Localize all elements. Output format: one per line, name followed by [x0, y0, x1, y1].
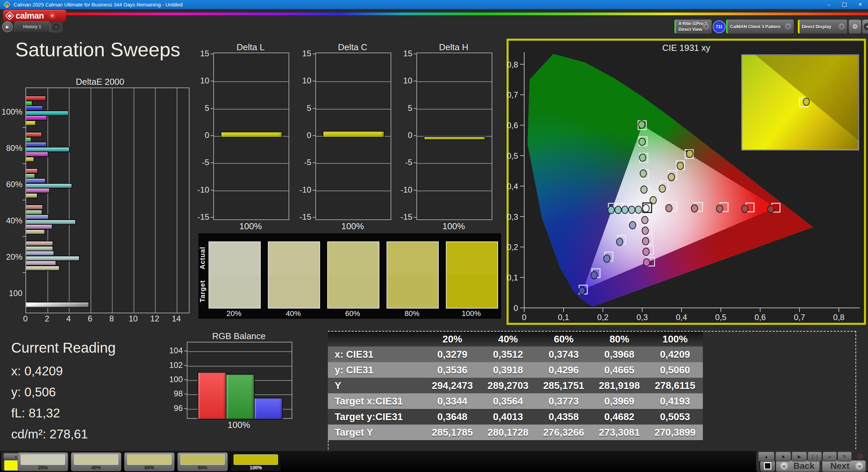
pattern-swatch: [127, 454, 172, 465]
swatch-column-80%: [387, 241, 439, 309]
table-column-header: 60%: [536, 332, 591, 347]
saturation-swatch-panel: 20%40%60%80%100%: [198, 233, 501, 319]
table-cell: 0,3536: [425, 362, 480, 378]
deltae-bar-cyan: [26, 256, 80, 261]
group-label: 20%: [0, 252, 22, 262]
display-status-bar: [798, 20, 800, 34]
swatch-column-label: 60%: [327, 309, 379, 318]
collapse-panel-button[interactable]: ◀: [862, 19, 868, 34]
pattern-button-label: 40%: [71, 465, 121, 470]
pattern-button-60%[interactable]: 60%: [124, 452, 175, 471]
swatch-column-40%: [268, 241, 320, 309]
x-axis-tick-label: 0,2: [597, 313, 608, 322]
pattern-window-icon-button[interactable]: [··]: [808, 452, 822, 461]
table-cell: 0,3344: [425, 393, 480, 409]
gridline: [214, 191, 289, 191]
actual-row-label: Actual: [199, 241, 206, 275]
settings-gear-button[interactable]: ⚙: [848, 19, 862, 34]
tab-history-1[interactable]: History 1: [14, 21, 50, 32]
measured-dot-red: [768, 205, 774, 213]
x-axis-tick-label: 0: [522, 313, 526, 322]
collapse-up-icon-button[interactable]: ▲: [758, 452, 774, 461]
gridline: [417, 81, 492, 82]
refresh-icon-button[interactable]: ↻: [837, 452, 852, 461]
measured-dot-yellow: [677, 162, 684, 170]
stop-icon-button[interactable]: ■: [775, 452, 791, 461]
table-column-header: 80%: [592, 332, 647, 347]
back-button[interactable]: « Back: [776, 460, 820, 472]
measured-dot-red: [742, 205, 748, 213]
deltae-bar-green: [26, 101, 33, 106]
y-axis-tick-label: 10: [192, 76, 209, 85]
deltae-bar-green: [26, 210, 42, 215]
deltae-bar-green: [26, 246, 53, 251]
calman-app-icon: [4, 1, 10, 7]
deltae-bar-magenta: [26, 152, 48, 157]
stop-measurement-button[interactable]: [760, 460, 776, 472]
measured-dot-green: [639, 138, 645, 145]
y-axis-tick-label: 0,5: [507, 151, 518, 160]
stop-square-icon: [764, 462, 771, 470]
y-axis-tick-label: -10: [192, 185, 209, 195]
meter-dropdown[interactable]: X-Rite i1Pro 3 Direct View ▼: [674, 19, 712, 34]
close-button[interactable]: ✕: [852, 0, 868, 9]
pattern-button-20%[interactable]: 20%: [18, 452, 68, 471]
rgb-balance-title: RGB Balance: [187, 331, 291, 341]
axis-tick: [211, 54, 213, 54]
back-label: Back: [793, 461, 814, 471]
table-row-label: x: CIE31: [328, 347, 425, 362]
actual-swatch: [269, 242, 319, 275]
deltae-bar-white: [26, 302, 89, 308]
back-chevron-icon: «: [780, 462, 788, 470]
calman-menu-button[interactable]: calman ▼: [3, 9, 66, 22]
measured-dot-blue: [629, 221, 636, 229]
display-control-dropdown[interactable]: Direct Display Control ▼: [797, 19, 848, 34]
maximize-button[interactable]: [837, 0, 852, 9]
continuous-icon-button[interactable]: ∞: [823, 452, 837, 461]
y-axis-tick-label: 98: [167, 389, 183, 398]
table-row: x: CIE310,32790,35120,37430,39680,4209: [328, 347, 703, 362]
y-axis-tick-label: 100: [167, 375, 183, 384]
gridline: [188, 366, 292, 367]
add-tab-button[interactable]: +: [50, 22, 62, 32]
calman-logo-icon: [6, 12, 13, 19]
meter-count-badge[interactable]: 711: [713, 20, 726, 33]
measured-dot-cyan: [635, 206, 642, 213]
table-row-label: Target x:CIE31: [328, 393, 425, 409]
deltae-bar-red: [26, 204, 43, 210]
axis-tick: [313, 135, 315, 136]
maximize-icon: [842, 3, 847, 7]
axis-tick: [313, 108, 315, 109]
gridline: [214, 81, 289, 82]
deltae-chart: [25, 87, 190, 313]
layout-nav-button[interactable]: ▶: [2, 21, 13, 32]
deltae-bar-blue: [26, 142, 47, 147]
actual-swatch: [387, 242, 438, 275]
gridline: [214, 163, 289, 164]
x-axis-tick-label: 0: [19, 314, 32, 323]
x-axis-tick-label: 0,5: [715, 313, 726, 322]
pattern-button-40%[interactable]: 40%: [71, 452, 121, 471]
rgb-bar-green: [226, 374, 255, 419]
y-axis-tick-label: 15: [294, 49, 311, 58]
play-icon-button[interactable]: ▶: [792, 452, 807, 461]
pattern-swatch: [234, 454, 278, 465]
y-axis-tick-label: 5: [192, 103, 209, 113]
deltae-bar-magenta: [26, 188, 50, 193]
measured-dot-cyan: [608, 206, 614, 214]
pattern-button-100%[interactable]: 100%: [231, 452, 281, 471]
table-cell: 0,3743: [536, 347, 591, 362]
axis-tick: [211, 108, 213, 109]
next-button[interactable]: Next »: [822, 460, 866, 472]
deltae-bar-red: [26, 96, 46, 101]
table-cell: 294,2473: [425, 378, 480, 393]
pattern-button-80%[interactable]: 80%: [177, 452, 228, 471]
x-axis-tick-label: 0,4: [676, 313, 687, 322]
x-axis-tick-label: 8: [105, 314, 118, 323]
table-corner: [328, 332, 425, 347]
actual-swatch: [209, 242, 260, 275]
pattern-generator-dropdown[interactable]: CalMAN Client 3 Pattern Generator ▼: [726, 19, 794, 34]
table-cell: 285,1751: [536, 378, 591, 393]
delta_h-x-label: 100%: [416, 221, 491, 232]
minimize-button[interactable]: –: [821, 0, 837, 9]
